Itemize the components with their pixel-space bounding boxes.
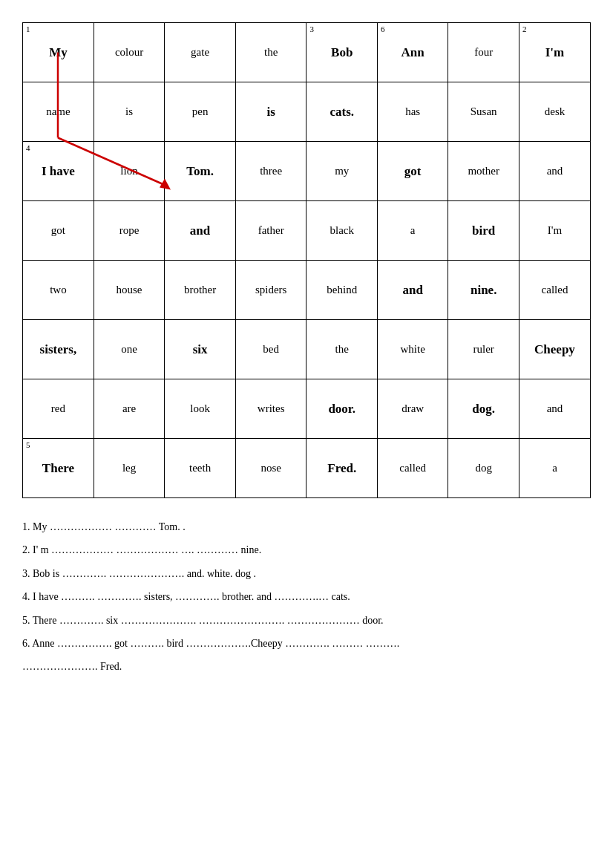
grid-cell-r1-c6: Susan — [448, 82, 519, 142]
grid-cell-r0-c5: 6Ann — [378, 23, 448, 82]
answer-line-5: 6. Anne ……………. got ………. bird ……………….Chee… — [22, 633, 591, 654]
grid-cell-r0-c1: colour — [94, 23, 164, 82]
grid-cell-r3-c4: black — [306, 201, 378, 261]
grid-cell-r6-c7: and — [519, 379, 590, 439]
grid-cell-r4-c6: nine. — [448, 261, 519, 320]
grid-cell-r2-c7: and — [519, 142, 590, 201]
grid-cell-r2-c2: Tom. — [165, 142, 236, 201]
grid-cell-r5-c5: white — [378, 320, 448, 379]
grid-wrapper: 1Mycolourgatethe3Bob6Annfour2I'mnameispe… — [22, 22, 591, 498]
grid-cell-r4-c7: called — [519, 261, 590, 320]
grid-cell-r7-c3: nose — [235, 439, 306, 498]
grid-cell-r3-c3: father — [235, 201, 306, 261]
grid-cell-r2-c3: three — [235, 142, 306, 201]
grid-cell-r0-c2: gate — [165, 23, 236, 82]
grid-cell-r1-c4: cats. — [306, 82, 378, 142]
grid-cell-r2-c0: 4I have — [23, 142, 94, 201]
grid-cell-r1-c1: is — [94, 82, 164, 142]
grid-cell-r7-c0: 5There — [23, 439, 94, 498]
grid-cell-r3-c2: and — [165, 201, 236, 261]
grid-cell-r4-c2: brother — [165, 261, 236, 320]
grid-cell-r7-c1: leg — [94, 439, 164, 498]
grid-cell-r5-c3: bed — [235, 320, 306, 379]
grid-cell-r7-c5: called — [378, 439, 448, 498]
answer-line-0: 1. My ……………… ………… Tom. . — [22, 516, 591, 538]
grid-cell-r0-c6: four — [448, 23, 519, 82]
grid-cell-r5-c0: sisters, — [23, 320, 94, 379]
grid-cell-r3-c1: rope — [94, 201, 164, 261]
grid-cell-r0-c4: 3Bob — [306, 23, 378, 82]
grid-cell-r5-c6: ruler — [448, 320, 519, 379]
grid-cell-r4-c1: house — [94, 261, 164, 320]
grid-cell-r6-c3: writes — [235, 379, 306, 439]
grid-cell-r3-c0: got — [23, 201, 94, 261]
grid-cell-r6-c6: dog. — [448, 379, 519, 439]
answer-line-4: 5. There …………. six …………………. ……………………. ……… — [22, 610, 591, 631]
word-grid: 1Mycolourgatethe3Bob6Annfour2I'mnameispe… — [22, 22, 591, 498]
grid-cell-r1-c3: is — [235, 82, 306, 142]
grid-cell-r1-c0: name — [23, 82, 94, 142]
grid-cell-r6-c5: draw — [378, 379, 448, 439]
grid-cell-r6-c2: look — [165, 379, 236, 439]
grid-cell-r4-c3: spiders — [235, 261, 306, 320]
grid-cell-r3-c6: bird — [448, 201, 519, 261]
grid-cell-r0-c7: 2I'm — [519, 23, 590, 82]
grid-cell-r4-c4: behind — [306, 261, 378, 320]
grid-cell-r6-c4: door. — [306, 379, 378, 439]
grid-cell-r2-c5: got — [378, 142, 448, 201]
grid-cell-r3-c7: I'm — [519, 201, 590, 261]
grid-cell-r1-c7: desk — [519, 82, 590, 142]
grid-cell-r4-c0: two — [23, 261, 94, 320]
grid-cell-r4-c5: and — [378, 261, 448, 320]
grid-cell-r5-c1: one — [94, 320, 164, 379]
answer-line-6: …………………. Fred. — [22, 656, 591, 677]
grid-cell-r2-c4: my — [306, 142, 378, 201]
grid-cell-r5-c7: Cheepy — [519, 320, 590, 379]
grid-cell-r7-c6: dog — [448, 439, 519, 498]
grid-cell-r3-c5: a — [378, 201, 448, 261]
grid-cell-r6-c1: are — [94, 379, 164, 439]
answer-line-1: 2. I' m ……………… ……………… …. ………… nine. — [22, 539, 591, 561]
grid-cell-r7-c7: a — [519, 439, 590, 498]
grid-cell-r2-c6: mother — [448, 142, 519, 201]
grid-cell-r2-c1: lion — [94, 142, 164, 201]
grid-cell-r1-c5: has — [378, 82, 448, 142]
grid-cell-r5-c4: the — [306, 320, 378, 379]
answer-line-2: 3. Bob is …………. …………………. and. white. dog… — [22, 563, 591, 584]
grid-cell-r0-c3: the — [235, 23, 306, 82]
grid-cell-r1-c2: pen — [165, 82, 236, 142]
grid-cell-r0-c0: 1My — [23, 23, 94, 82]
grid-cell-r7-c4: Fred. — [306, 439, 378, 498]
answer-line-3: 4. I have ………. …………. sisters, …………. brot… — [22, 586, 591, 607]
grid-cell-r7-c2: teeth — [165, 439, 236, 498]
grid-cell-r6-c0: red — [23, 379, 94, 439]
answers-section: 1. My ……………… ………… Tom. .2. I' m ……………… …… — [22, 516, 591, 678]
grid-cell-r5-c2: six — [165, 320, 236, 379]
